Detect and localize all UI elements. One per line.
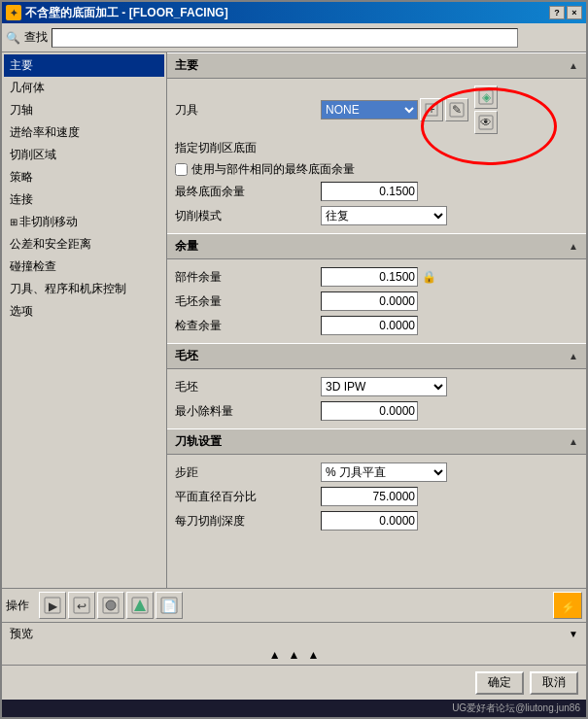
- cut-mode-select[interactable]: 往复: [321, 206, 447, 225]
- svg-text:👁: 👁: [480, 116, 492, 129]
- search-icon-group: 🔍: [6, 31, 20, 45]
- tool-add-btn[interactable]: +: [420, 98, 443, 121]
- sidebar-item-tolerance[interactable]: 公差和安全距离: [4, 233, 164, 256]
- sidebar-item-feed[interactable]: 进给率和速度: [4, 121, 164, 144]
- toolpath-collapse[interactable]: ▲: [569, 436, 578, 447]
- sidebar-item-collision[interactable]: 碰撞检查: [4, 256, 164, 278]
- blank-section-title: 毛坯: [175, 348, 198, 364]
- cancel-button[interactable]: 取消: [530, 671, 578, 695]
- part-allowance-input[interactable]: [321, 267, 418, 287]
- use-part-floor-label: 使用与部件相同的最终底面余量: [191, 161, 355, 178]
- op-btn-1[interactable]: ▶: [39, 592, 66, 619]
- sidebar-item-options[interactable]: 选项: [4, 300, 164, 323]
- search-icon: 🔍: [6, 31, 20, 45]
- expand-icon: ⊞: [10, 217, 17, 227]
- main-content: 主要 几何体 刀轴 进给率和速度 切削区域 策略 连接 ⊞ 非切削移动 公差和安…: [2, 52, 586, 588]
- part-allowance-row: 部件余量 🔒: [175, 266, 578, 288]
- search-label: 查找: [24, 29, 48, 46]
- blank-allowance-input[interactable]: [321, 291, 418, 311]
- op-btn-5[interactable]: 📄: [156, 592, 183, 619]
- tool-value-area: NONE + ✎ ◈: [321, 86, 578, 134]
- sidebar: 主要 几何体 刀轴 进给率和速度 切削区域 策略 连接 ⊞ 非切削移动 公差和安…: [2, 52, 167, 588]
- cut-region-label: 指定切削区底面: [175, 140, 321, 156]
- blank-allowance-row: 毛坯余量: [175, 291, 578, 312]
- arrow-row: ▲ ▲ ▲: [2, 645, 586, 665]
- cut-mode-row: 切削模式 往复: [175, 205, 578, 226]
- tool-row: 刀具 NONE + ✎: [175, 86, 578, 134]
- part-allowance-label: 部件余量: [175, 269, 321, 286]
- tool-eye-btn[interactable]: 👁: [474, 111, 498, 134]
- use-part-floor-checkbox[interactable]: [175, 163, 188, 176]
- main-section-header: 主要 ▲: [167, 52, 586, 79]
- allowance-section: 余量 ▲ 部件余量 🔒 毛坯余量: [167, 233, 586, 343]
- depth-per-cut-input[interactable]: [321, 511, 418, 531]
- final-floor-row: 最终底面余量: [175, 181, 578, 202]
- step-label: 步距: [175, 464, 321, 481]
- sidebar-item-non-cut[interactable]: ⊞ 非切削移动: [4, 211, 164, 233]
- blank-allowance-label: 毛坯余量: [175, 293, 321, 310]
- preview-bar: 预览 ▼: [2, 622, 586, 645]
- svg-text:⚡: ⚡: [561, 599, 575, 614]
- check-allowance-row: 检查余量: [175, 315, 578, 336]
- operations-bar: 操作 ▶ ↩ 📄 ⚡: [2, 588, 586, 622]
- sidebar-item-cut-region[interactable]: 切削区域: [4, 144, 164, 166]
- check-allowance-input[interactable]: [321, 316, 418, 335]
- allowance-collapse[interactable]: ▲: [569, 241, 578, 252]
- non-cut-label: 非切削移动: [19, 214, 78, 230]
- lock-icon[interactable]: 🔒: [422, 270, 436, 284]
- sidebar-item-machine[interactable]: 刀具、程序和机床控制: [4, 278, 164, 300]
- sidebar-item-main[interactable]: 主要: [4, 54, 164, 77]
- main-window: ✦ 不含壁的底面加工 - [FLOOR_FACING] ? × 🔍 查找 主要 …: [0, 0, 588, 719]
- flat-diameter-input[interactable]: [321, 487, 418, 506]
- flat-diameter-label: 平面直径百分比: [175, 489, 321, 505]
- search-input[interactable]: [52, 28, 518, 48]
- sidebar-item-strategy[interactable]: 策略: [4, 166, 164, 188]
- depth-per-cut-value: [321, 511, 578, 531]
- window-title: 不含壁的底面加工 - [FLOOR_FACING]: [25, 5, 228, 21]
- title-bar: ✦ 不含壁的底面加工 - [FLOOR_FACING] ? ×: [2, 2, 586, 23]
- op-btn-3[interactable]: [97, 592, 124, 619]
- main-section: 主要 ▲ 刀具 NONE +: [167, 52, 586, 233]
- final-floor-label: 最终底面余量: [175, 184, 321, 200]
- blank-section-header: 毛坯 ▲: [167, 343, 586, 369]
- blank-type-select[interactable]: 3D IPW: [321, 377, 447, 396]
- svg-text:◈: ◈: [482, 90, 492, 104]
- sidebar-item-connect[interactable]: 连接: [4, 188, 164, 211]
- toolbar: 🔍 查找: [2, 23, 586, 52]
- tool-label: 刀具: [175, 102, 321, 119]
- sidebar-item-axis[interactable]: 刀轴: [4, 99, 164, 121]
- preview-arrow[interactable]: ▼: [569, 629, 578, 639]
- help-button[interactable]: ?: [549, 6, 565, 19]
- min-removal-value: [321, 401, 578, 421]
- toolpath-section-title: 刀轨设置: [175, 433, 222, 450]
- op-btn-2[interactable]: ↩: [68, 592, 95, 619]
- final-floor-value: [321, 182, 578, 201]
- confirm-button[interactable]: 确定: [475, 671, 524, 695]
- svg-point-13: [106, 600, 116, 610]
- allowance-section-header: 余量 ▲: [167, 233, 586, 259]
- blank-type-value: 3D IPW: [321, 377, 578, 396]
- blank-type-label: 毛坯: [175, 379, 321, 395]
- main-section-title: 主要: [175, 57, 198, 74]
- blank-section: 毛坯 ▲ 毛坯 3D IPW 最小除料量: [167, 343, 586, 428]
- tool-select[interactable]: NONE: [321, 100, 418, 120]
- svg-text:✎: ✎: [452, 103, 462, 117]
- step-select[interactable]: % 刀具平直: [321, 462, 447, 482]
- flat-diameter-row: 平面直径百分比: [175, 486, 578, 507]
- final-floor-input[interactable]: [321, 182, 418, 201]
- tool-edit-btn[interactable]: ✎: [445, 98, 468, 121]
- svg-text:📄: 📄: [162, 599, 177, 613]
- flat-diameter-value: [321, 487, 578, 506]
- op-btn-4[interactable]: [126, 592, 154, 619]
- tool-3d-btn[interactable]: ◈: [474, 86, 498, 109]
- blank-collapse[interactable]: ▲: [569, 351, 578, 361]
- part-allowance-value: 🔒: [321, 267, 578, 287]
- sidebar-item-geometry[interactable]: 几何体: [4, 77, 164, 99]
- close-button[interactable]: ×: [567, 6, 582, 19]
- blank-allowance-value: [321, 291, 578, 311]
- arrow-1: ▲: [269, 648, 281, 662]
- min-removal-label: 最小除料量: [175, 403, 321, 420]
- main-section-collapse[interactable]: ▲: [569, 60, 578, 71]
- min-removal-input[interactable]: [321, 401, 418, 421]
- op-action-btn[interactable]: ⚡: [553, 592, 582, 619]
